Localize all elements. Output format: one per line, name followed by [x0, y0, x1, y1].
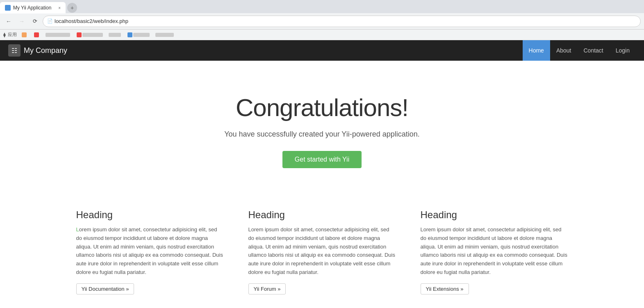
bookmark-color-6	[127, 32, 132, 37]
browser-toolbar: ← → ⟳ 📄 localhost/basic2/web/index.php	[0, 13, 644, 30]
nav-item-login: Login	[610, 40, 636, 61]
app: ☷ My Company Home About Contact Login Co…	[0, 40, 644, 308]
column-3-link[interactable]: Yii Extensions »	[421, 283, 469, 294]
nav-link-home[interactable]: Home	[523, 40, 550, 61]
browser-tab[interactable]: My Yii Application ×	[0, 2, 66, 14]
get-started-button[interactable]: Get started with Yii	[282, 151, 362, 168]
bookmark-item-5[interactable]	[107, 32, 123, 37]
bookmark-placeholder-6	[133, 33, 150, 37]
navbar-brand-icon: ☷	[8, 44, 20, 57]
column-3: Heading Lorem ipsum dolor sit amet, cons…	[421, 209, 568, 294]
column-2-body: Lorem ipsum dolor sit amet, consectetur …	[248, 226, 396, 277]
column-1-heading: Heading	[76, 209, 224, 221]
back-button[interactable]: ←	[3, 16, 14, 27]
column-3-heading: Heading	[421, 209, 568, 221]
bookmark-bar-placeholder	[46, 33, 70, 37]
bookmarks-apps-label: 应用	[8, 32, 17, 38]
reload-button[interactable]: ⟳	[30, 16, 40, 27]
nav-link-contact[interactable]: Contact	[577, 40, 609, 61]
bookmark-item-4[interactable]	[74, 32, 105, 38]
navbar: ☷ My Company Home About Contact Login	[0, 40, 644, 61]
tab-favicon	[5, 5, 11, 11]
bookmark-item-3[interactable]	[44, 32, 72, 37]
browser-chrome: My Yii Application × + ← → ⟳ 📄 localhost…	[0, 0, 644, 40]
address-lock-icon: 📄	[47, 18, 53, 24]
bookmark-color-4	[77, 32, 82, 37]
tab-close-button[interactable]: ×	[58, 6, 61, 10]
nav-item-home: Home	[523, 40, 550, 61]
column-2-link[interactable]: Yii Forum »	[248, 283, 286, 294]
bookmark-item-1[interactable]	[19, 32, 29, 38]
nav-item-about: About	[550, 40, 578, 61]
navbar-brand[interactable]: ☷ My Company	[8, 44, 67, 57]
navbar-nav: Home About Contact Login	[523, 40, 636, 61]
bookmark-placeholder-5	[109, 33, 121, 37]
hero-heading: Congratulations!	[8, 94, 636, 122]
column-2: Heading Lorem ipsum dolor sit amet, cons…	[248, 209, 396, 294]
hero-section: Congratulations! You have successfully c…	[0, 61, 644, 193]
nav-link-about[interactable]: About	[550, 40, 578, 61]
navbar-brand-text: My Company	[24, 46, 67, 55]
bookmark-placeholder-7	[155, 33, 174, 37]
bookmarks-bar: ⧫ 应用	[0, 30, 644, 40]
columns-section: Heading Lorem ipsum dolor sit amet, cons…	[0, 193, 644, 308]
hero-subtext: You have successfully created your Yii-p…	[8, 130, 636, 139]
nav-item-contact: Contact	[577, 40, 609, 61]
forward-button[interactable]: →	[16, 16, 27, 27]
column-1-link[interactable]: Yii Documentation »	[76, 283, 134, 294]
new-tab-button[interactable]: +	[67, 3, 77, 13]
tab-title: My Yii Application	[13, 5, 51, 11]
column-1-body: Lorem ipsum dolor sit amet, consectetur …	[76, 226, 224, 277]
bookmarks-apps: ⧫ 应用	[3, 32, 17, 38]
bookmark-item-2[interactable]	[32, 32, 41, 38]
column-1: Heading Lorem ipsum dolor sit amet, cons…	[76, 209, 224, 294]
address-bar[interactable]: 📄 localhost/basic2/web/index.php	[43, 16, 641, 27]
bookmark-item-6[interactable]	[125, 32, 151, 38]
browser-tab-bar: My Yii Application × +	[0, 0, 644, 13]
bookmark-placeholder-4	[82, 33, 103, 37]
column-1-first-letter: L	[76, 226, 79, 233]
nav-link-login[interactable]: Login	[610, 40, 636, 61]
bookmark-color-1	[22, 32, 27, 37]
column-3-body: Lorem ipsum dolor sit amet, consectetur …	[421, 226, 568, 277]
address-url: localhost/basic2/web/index.php	[55, 18, 128, 24]
bookmark-color-2	[34, 32, 39, 37]
column-2-heading: Heading	[248, 209, 396, 221]
bookmark-item-7[interactable]	[154, 32, 175, 37]
